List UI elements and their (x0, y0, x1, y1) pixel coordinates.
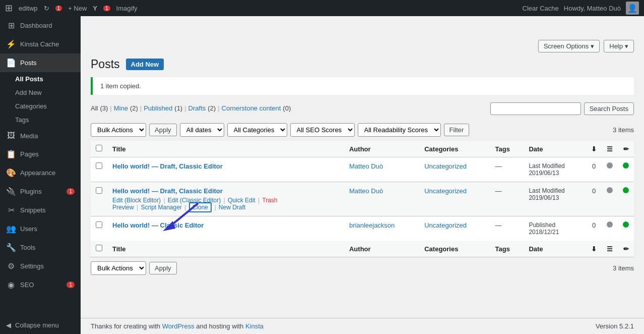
categories-select[interactable]: All Categories (227, 123, 287, 137)
sidebar-subitem-tags[interactable]: Tags (0, 113, 81, 127)
sidebar-item-seo[interactable]: ◉ SEO 1 (0, 275, 81, 294)
dot2-2 (623, 187, 629, 193)
update-icon[interactable]: ↻ (44, 5, 49, 12)
search-posts-button[interactable]: Search Posts (584, 102, 634, 115)
quick-edit-link-2[interactable]: Quick Edit (228, 197, 255, 204)
filter-all[interactable]: All (91, 104, 98, 112)
sidebar-item-label: Plugins (20, 188, 42, 195)
sidebar-subitem-add-new[interactable]: Add New (0, 86, 81, 99)
main-content: Screen Options ▾ Help ▾ Posts Add New 1 … (81, 16, 644, 334)
screen-options-button[interactable]: Screen Options ▾ (538, 40, 600, 52)
sidebar-item-kinsta-cache[interactable]: ⚡ Kinsta Cache (0, 35, 81, 53)
title-footer: Title (107, 241, 344, 257)
pages-icon: 📋 (6, 149, 16, 159)
help-button[interactable]: Help ▾ (604, 40, 634, 52)
search-input[interactable] (490, 102, 581, 115)
bulk-actions-select-bottom[interactable]: Bulk Actions (91, 261, 146, 275)
sidebar-item-appearance[interactable]: 🎨 Appearance (0, 163, 81, 182)
sidebar-item-settings[interactable]: ⚙ Settings (0, 257, 81, 275)
posts-table: Title Author Categories Tags Date ⬇ ☰ ✏ (91, 141, 634, 257)
yoast-badge[interactable]: 1 (103, 6, 110, 11)
author-link-2[interactable]: Matteo Duò (349, 187, 383, 195)
sidebar-item-snippets[interactable]: ✂ Snippets (0, 201, 81, 219)
category-link-2[interactable]: Uncategorized (424, 187, 467, 195)
notice-text: 1 item copied. (100, 82, 141, 90)
sidebar-item-media[interactable]: 🖼 Media (0, 127, 81, 145)
author-link-3[interactable]: brianleejackson (349, 221, 395, 229)
filter-mine[interactable]: Mine (114, 104, 128, 112)
edit-block-link-2[interactable]: Edit (Block Editor) (112, 197, 161, 204)
footer-and-text: and hosting with (196, 322, 245, 330)
category-link-3[interactable]: Uncategorized (424, 221, 467, 229)
select-all-header[interactable] (91, 141, 107, 157)
select-all-footer[interactable] (91, 241, 107, 257)
add-new-button[interactable]: Add New (126, 59, 164, 70)
edit-icon[interactable]: ✏ (618, 141, 634, 157)
author-link-1[interactable]: Matteo Duò (349, 162, 383, 170)
row-checkbox-2[interactable] (96, 187, 102, 194)
categories-footer: Categories (419, 241, 490, 257)
barcode-icon-foot[interactable]: ☰ (602, 241, 618, 257)
filter-drafts[interactable]: Drafts (188, 104, 206, 112)
download-icon-foot[interactable]: ⬇ (586, 241, 602, 257)
sidebar-item-users[interactable]: 👥 Users (0, 219, 81, 238)
notice-bar: 1 item copied. (91, 77, 634, 95)
imagify-link[interactable]: Imagify (116, 5, 138, 12)
post-title-link-2[interactable]: Hello world! — Draft, Classic Editor (112, 187, 223, 195)
wordpress-link[interactable]: WordPress (162, 322, 195, 330)
topbar: ⊞ editwp ↻ 1 + New Y 1 Imagify Clear Cac… (0, 0, 644, 16)
trash-link-2[interactable]: Trash (262, 197, 277, 204)
new-link[interactable]: + New (68, 5, 87, 12)
update-count[interactable]: 1 (55, 6, 62, 11)
filter-published[interactable]: Published (144, 104, 172, 112)
filter-mine-count: (2) (130, 104, 138, 112)
sidebar-item-posts[interactable]: 📄 Posts (0, 53, 81, 72)
filter-cornerstone[interactable]: Cornerstone content (222, 104, 281, 112)
apply-button-bottom[interactable]: Apply (149, 262, 177, 274)
dates-select[interactable]: All dates (180, 123, 224, 137)
clear-cache-button[interactable]: Clear Cache (523, 5, 559, 12)
sidebar-item-label: Kinsta Cache (20, 40, 59, 48)
sidebar-subitem-categories[interactable]: Categories (0, 99, 81, 113)
collapse-menu-button[interactable]: ◀ Collapse menu (0, 316, 81, 334)
bottom-bar: Bulk Actions Apply 3 items (91, 261, 634, 275)
sidebar-subitem-all-posts[interactable]: All Posts (0, 72, 81, 86)
wp-logo-icon: ⊞ (5, 3, 13, 14)
sidebar-item-dashboard[interactable]: ⊞ Dashboard (0, 16, 81, 35)
row-checkbox-1[interactable] (96, 162, 102, 169)
select-all-checkbox-foot[interactable] (96, 245, 102, 251)
date-header: Date (524, 141, 586, 157)
site-name[interactable]: editwp (19, 5, 38, 12)
apply-button-top[interactable]: Apply (149, 124, 177, 136)
category-link-1[interactable]: Uncategorized (424, 162, 467, 170)
tools-icon: 🔧 (6, 243, 16, 252)
seo-badge: 1 (67, 282, 75, 288)
row-checkbox-3[interactable] (96, 221, 102, 228)
yoast-icon[interactable]: Y (93, 5, 97, 12)
avatar[interactable]: 👤 (626, 2, 639, 15)
download-icon[interactable]: ⬇ (586, 141, 602, 157)
preview-link-2[interactable]: Preview (112, 204, 134, 211)
barcode-icon[interactable]: ☰ (602, 141, 618, 157)
filter-drafts-count: (2) (208, 104, 216, 112)
edit-icon-foot[interactable]: ✏ (618, 241, 634, 257)
dot1-1 (607, 162, 613, 169)
filter-button[interactable]: Filter (444, 124, 470, 136)
sidebar-item-tools[interactable]: 🔧 Tools (0, 238, 81, 257)
kinsta-link[interactable]: Kinsta (245, 322, 264, 330)
post-title-link-1[interactable]: Hello world! — Draft, Classic Editor (112, 162, 223, 170)
bulk-actions-select-top[interactable]: Bulk Actions (91, 123, 146, 137)
sidebar-item-plugins[interactable]: 🔌 Plugins 1 (0, 182, 81, 201)
svg-line-0 (170, 203, 198, 226)
select-all-checkbox[interactable] (96, 145, 102, 151)
sidebar-item-label: Users (20, 225, 37, 233)
seo-select[interactable]: All SEO Scores (290, 123, 355, 137)
readability-select[interactable]: All Readability Scores (358, 123, 441, 137)
title-header: Title (107, 141, 344, 157)
new-draft-link-2[interactable]: New Draft (219, 204, 245, 211)
sidebar-item-pages[interactable]: 📋 Pages (0, 145, 81, 163)
sidebar-item-label: Appearance (20, 169, 55, 177)
arrow-indicator (163, 201, 203, 231)
footer-version: Version 5.2.1 (596, 322, 634, 330)
add-new-label: Add New (15, 89, 42, 96)
